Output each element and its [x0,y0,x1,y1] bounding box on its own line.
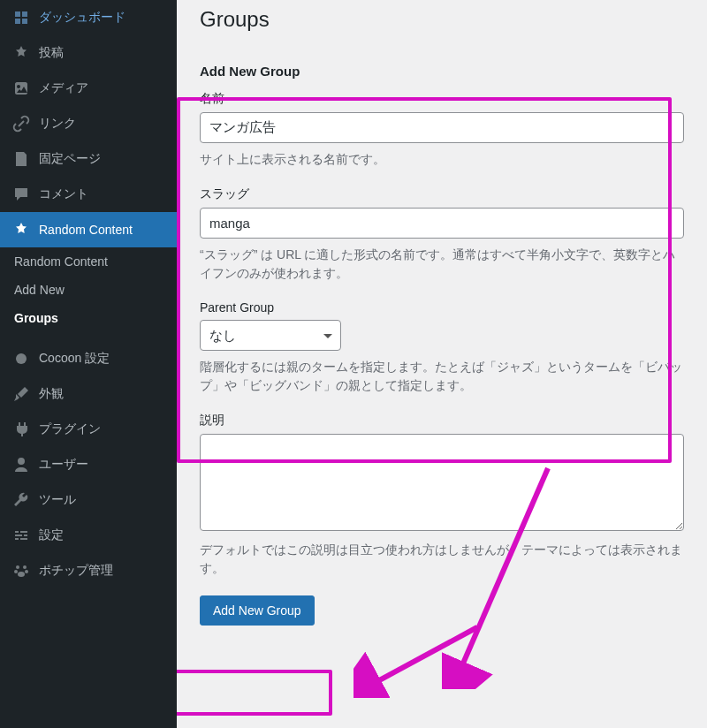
main-content: Groups Add New Group 名前 サイト上に表示される名前です。 … [177,0,707,728]
sidebar-item-links[interactable]: リンク [0,106,177,141]
svg-point-2 [23,565,27,569]
sidebar-label: 外観 [39,386,64,402]
svg-line-7 [371,627,477,685]
sidebar-item-appearance[interactable]: 外観 [0,376,177,412]
sidebar-label: プラグイン [39,421,101,437]
sidebar-label: ダッシュボード [39,10,125,26]
add-new-group-button[interactable]: Add New Group [200,595,315,626]
sidebar-item-users[interactable]: ユーザー [0,447,177,482]
name-input[interactable] [200,112,684,143]
sidebar-label: 固定ページ [39,151,101,167]
svg-point-5 [18,572,25,577]
page-title: Groups [200,7,684,32]
annotation-arrow-2 [354,618,486,698]
field-parent: Parent Group なし 階層化するには親のタームを指定します。たとえば「… [200,300,684,395]
admin-sidebar: ダッシュボード 投稿 メディア リンク 固定ページ コメント [0,0,177,728]
sidebar-item-media[interactable]: メディア [0,71,177,106]
paw-icon [12,562,30,580]
description-help: デフォルトではこの説明は目立つ使われ方はしませんが、テーマによっては表示されます… [200,541,684,578]
dashboard-icon [12,9,30,27]
plug-icon [12,421,30,438]
brush-icon [12,385,30,403]
sidebar-label: 投稿 [39,45,64,61]
sidebar-sub-random-content[interactable]: Random Content [0,247,177,276]
description-textarea[interactable] [200,434,684,531]
annotation-highlight-button [177,670,332,716]
parent-help: 階層化するには親のタームを指定します。たとえば「ジャズ」というタームを「ビバップ… [200,358,684,395]
sidebar-label: ポチップ管理 [39,563,113,579]
field-slug: スラッグ “スラッグ” は URL に適した形式の名前です。通常はすべて半角小文… [200,186,684,283]
sidebar-item-pages[interactable]: 固定ページ [0,141,177,177]
name-label: 名前 [200,91,684,107]
sidebar-item-settings[interactable]: 設定 [0,518,177,553]
wrench-icon [12,491,30,509]
sidebar-item-cocoon[interactable]: Cocoon 設定 [0,341,177,376]
sidebar-item-plugins[interactable]: プラグイン [0,412,177,447]
sidebar-submenu: Random Content Add New Groups [0,247,177,332]
svg-point-0 [16,353,27,364]
sidebar-label: 設定 [39,527,64,543]
field-name: 名前 サイト上に表示される名前です。 [200,91,684,169]
slug-input[interactable] [200,208,684,239]
sidebar-item-random-content[interactable]: Random Content [0,212,177,247]
media-icon [12,80,30,97]
sidebar-sub-add-new[interactable]: Add New [0,276,177,304]
svg-point-3 [14,570,18,573]
sidebar-item-tools[interactable]: ツール [0,482,177,518]
svg-point-1 [16,565,19,569]
parent-select[interactable]: なし [200,320,341,351]
sidebar-label: コメント [39,186,88,202]
svg-point-4 [25,570,28,573]
slug-label: スラッグ [200,186,684,202]
sidebar-label: Cocoon 設定 [39,351,110,367]
link-icon [12,115,30,133]
pin-icon [12,221,30,239]
name-help: サイト上に表示される名前です。 [200,150,684,169]
field-description: 説明 デフォルトではこの説明は目立つ使われ方はしませんが、テーマによっては表示さ… [200,413,684,578]
sidebar-label: ユーザー [39,457,88,473]
sidebar-sub-groups[interactable]: Groups [0,304,177,332]
pin-icon [12,44,30,62]
sliders-icon [12,527,30,544]
sidebar-item-posts[interactable]: 投稿 [0,35,177,71]
description-label: 説明 [200,413,684,428]
parent-label: Parent Group [200,300,684,315]
user-icon [12,456,30,474]
pages-icon [12,150,30,168]
section-title: Add New Group [200,64,684,79]
sidebar-label: ツール [39,492,76,508]
sidebar-item-dashboard[interactable]: ダッシュボード [0,0,177,35]
sidebar-label: リンク [39,116,76,132]
sidebar-item-pochipp[interactable]: ポチップ管理 [0,553,177,588]
comment-icon [12,186,30,203]
circle-icon [12,350,30,368]
sidebar-label: Random Content [39,223,133,237]
slug-help: “スラッグ” は URL に適した形式の名前です。通常はすべて半角小文字で、英数… [200,246,684,283]
sidebar-item-comments[interactable]: コメント [0,177,177,212]
sidebar-label: メディア [39,80,88,96]
